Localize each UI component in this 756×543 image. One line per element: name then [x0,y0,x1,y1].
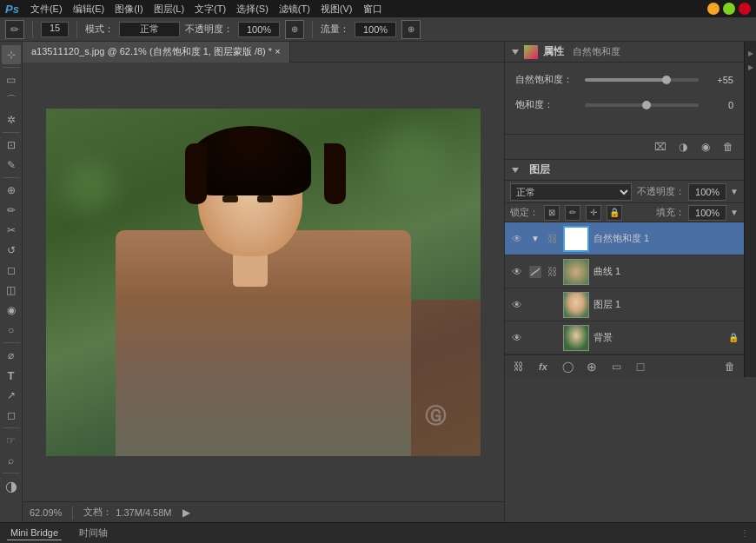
status-arrow[interactable]: ▶ [182,507,190,519]
zoom-value: 62.09% [30,507,62,518]
lasso-tool[interactable]: ⌒ [2,90,21,109]
maximize-button[interactable] [723,3,735,15]
document-tab[interactable]: a13511120_s.jpg @ 62.1% (自然饱和度 1, 图层蒙版 /… [23,42,290,63]
fill-dropdown-icon[interactable]: ▼ [730,208,739,217]
dodge-tool[interactable]: ○ [2,321,21,340]
lock-paint-btn[interactable]: ✏ [565,205,580,221]
view-previous-btn[interactable]: ◑ [674,138,692,156]
menu-edit[interactable]: 编辑(E) [69,2,109,17]
menu-select[interactable]: 选择(S) [232,2,273,17]
bottom-bar-options[interactable]: ⋮ [740,528,749,538]
menu-filter[interactable]: 滤镜(T) [275,2,315,17]
close-button[interactable] [739,3,751,15]
divider-3 [312,21,313,38]
layer-eye-curves[interactable]: 👁 [510,265,524,279]
layer-row-vibrance[interactable]: 👁 ▼ ⛓ 自然饱和度 1 [505,222,744,255]
main-area: ⊹ ▭ ⌒ ✲ ⊡ ✎ ⊕ ✏ ✂ ↺ ◻ ◫ ◉ ○ ⌀ T ↗ ◻ ☞ ⌕ … [0,42,756,522]
healing-tool[interactable]: ⊕ [2,181,21,200]
layer-thumb-curves[interactable] [563,259,589,285]
path-select-tool[interactable]: ↗ [2,386,21,405]
blur-tool[interactable]: ◉ [2,301,21,320]
clone-tool[interactable]: ✂ [2,221,21,240]
layer-group-btn[interactable]: ▭ [607,358,625,375]
doc-label: 文档： [83,506,112,519]
pressure-opacity-icon[interactable]: ⊕ [285,20,304,39]
brush-size-input[interactable]: 15 [41,22,69,37]
layer-eye-photo[interactable]: 👁 [510,298,524,312]
toolbar-sep-1 [3,67,20,68]
layer-mask-thumb-vibrance[interactable] [563,226,589,252]
fill-value[interactable]: 100% [688,205,726,221]
properties-panel: 属性 自然饱和度 自然饱和度： [505,42,744,160]
opacity-value[interactable]: 100% [688,183,726,201]
history-brush[interactable]: ↺ [2,241,21,260]
layer-lock-bg: 🔒 [728,333,739,342]
crop-tool[interactable]: ⊡ [2,136,21,155]
properties-collapse-icon[interactable] [512,50,519,55]
canvas-scroll[interactable]: Ⓖ [23,63,504,501]
photo-display: Ⓖ [46,109,481,456]
lock-all-btn[interactable]: 🔒 [607,205,622,221]
bottom-tab-minibridge[interactable]: Mini Bridge [7,526,62,540]
delete-adjustment-btn[interactable]: 🗑 [720,138,737,156]
menu-file[interactable]: 文件(E) [26,2,67,17]
layer-eye-bg[interactable]: 👁 [510,331,524,345]
layer-mode-select[interactable]: 正常 [510,183,632,201]
layer-row-curves[interactable]: 👁 ⛓ 曲线 1 [505,255,744,288]
saturation-slider-thumb[interactable] [642,101,651,109]
layer-row-photo[interactable]: 👁 图层 1 [505,288,744,321]
right-side-strip: ▶ ▶ [744,42,756,377]
minimize-button[interactable] [707,3,720,15]
layer-thumb-bg[interactable] [563,325,589,351]
layer-fx-btn[interactable]: fx [534,358,552,375]
menu-type[interactable]: 文字(T) [190,2,230,17]
layer-delete-btn[interactable]: 🗑 [721,358,739,375]
layer-eye-vibrance[interactable]: 👁 [510,232,524,246]
photo-watermark: Ⓖ [425,402,446,430]
opacity-input[interactable]: 100% [238,22,280,37]
hand-tool[interactable]: ☞ [2,431,21,450]
clip-to-layer-btn[interactable]: ⌧ [652,138,669,156]
layer-link-footer-btn[interactable]: ⛓ [510,358,527,375]
marquee-tool[interactable]: ▭ [2,70,21,89]
rstrip-btn-2[interactable]: ▶ [746,63,755,71]
menu-view[interactable]: 视图(V) [316,2,357,17]
magic-wand-tool[interactable]: ✲ [2,110,21,129]
zoom-tool[interactable]: ⌕ [2,451,21,470]
layer-row-bg[interactable]: 👁 背景 🔒 [505,321,744,354]
gradient-tool[interactable]: ◫ [2,281,21,300]
menu-window[interactable]: 窗口 [359,2,387,17]
layers-collapse-icon[interactable] [512,168,519,173]
foreground-bg-colors[interactable]: ◑ [2,476,21,495]
rstrip-btn-1[interactable]: ▶ [746,49,755,57]
pen-tool[interactable]: ⌀ [2,346,21,365]
lock-position-btn[interactable]: ✛ [586,205,601,221]
layer-link-curves[interactable]: ⛓ [547,266,559,278]
vibrance-slider-track[interactable] [585,78,699,82]
saturation-slider-track[interactable] [585,103,699,107]
move-tool[interactable]: ⊹ [2,45,21,64]
toggle-visibility-btn[interactable]: ◉ [697,138,714,156]
tool-preset-picker[interactable]: ✏ [5,20,24,39]
pressure-flow-icon[interactable]: ⊕ [401,20,421,39]
properties-toolbar: ⌧ ◑ ◉ 🗑 [505,134,744,159]
menu-layer[interactable]: 图层(L) [149,2,189,17]
layer-mask-btn[interactable]: ◯ [559,358,576,375]
layer-adjustment-btn[interactable]: ⊕ [583,358,600,375]
layer-thumb-photo[interactable] [563,292,589,318]
mode-select[interactable]: 正常 [119,22,180,37]
eraser-tool[interactable]: ◻ [2,261,21,280]
layers-panel: 图层 正常 不透明度： 100% ▼ [505,160,744,377]
eyedropper-tool[interactable]: ✎ [2,156,21,175]
shape-tool[interactable]: ◻ [2,406,21,425]
bottom-tab-timeline[interactable]: 时间轴 [76,525,111,541]
layer-link-vibrance[interactable]: ⛓ [547,233,559,245]
lock-transparent-btn[interactable]: ⊠ [544,205,560,221]
flow-input[interactable]: 100% [355,22,396,37]
opacity-dropdown-icon[interactable]: ▼ [730,187,739,196]
vibrance-slider-thumb[interactable] [662,76,671,84]
menu-image[interactable]: 图像(I) [110,2,147,17]
layer-new-btn[interactable]: □ [632,358,649,375]
brush-tool[interactable]: ✏ [2,201,21,220]
text-tool[interactable]: T [2,366,21,385]
